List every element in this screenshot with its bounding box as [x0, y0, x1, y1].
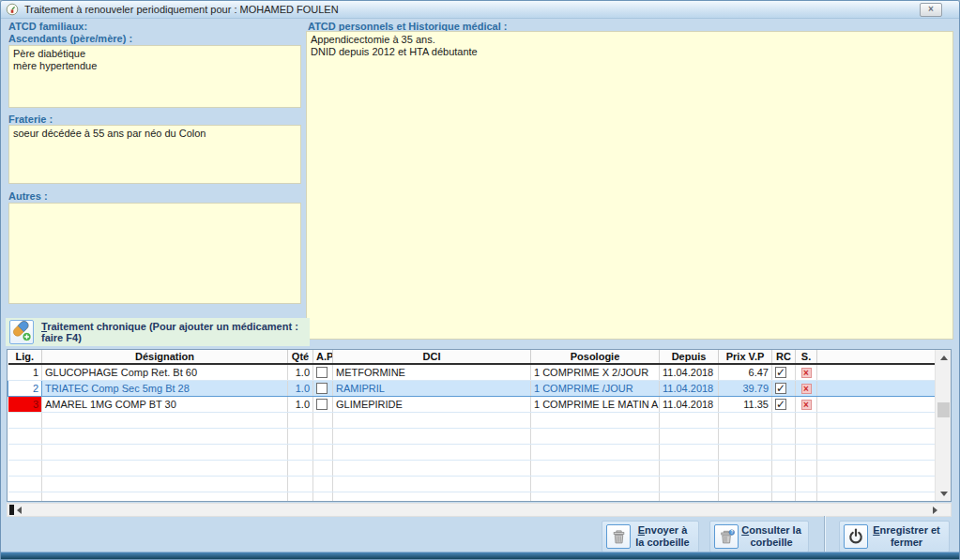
- power-icon: [844, 524, 868, 549]
- scroll-left-arrow[interactable]: [17, 507, 22, 514]
- ap-checkbox[interactable]: [316, 367, 328, 378]
- col-s[interactable]: S.: [796, 350, 817, 364]
- app-icon: [6, 3, 19, 16]
- trash-icon: [606, 524, 631, 549]
- col-empty: [817, 350, 936, 364]
- chronic-treatment-label: Traitement chronique (Pour ajouter un mé…: [41, 321, 310, 343]
- ap-checkbox[interactable]: [316, 383, 328, 394]
- chronic-treatment-bar: Traitement chronique (Pour ajouter un mé…: [6, 318, 310, 346]
- table-row-empty[interactable]: [8, 444, 936, 460]
- table-row-selected[interactable]: 2 TRIATEC Comp Sec 5mg Bt 28 1.0 RAMIPRI…: [8, 380, 936, 396]
- col-lig[interactable]: Lig.: [8, 350, 42, 364]
- table-row-empty[interactable]: [8, 460, 936, 476]
- table-row-empty[interactable]: [8, 428, 936, 444]
- footer-separator: [824, 516, 826, 556]
- table-row[interactable]: 1 GLUCOPHAGE Comp Ret. Bt 60 1.0 METFORM…: [8, 364, 936, 380]
- scroll-up-arrow[interactable]: [936, 350, 952, 365]
- ascendants-field[interactable]: Père diabétique mère hypertendue: [8, 45, 301, 108]
- autres-field[interactable]: [8, 203, 301, 304]
- ascendants-label: Ascendants (père/mère) :: [8, 33, 132, 44]
- delete-row-icon[interactable]: ×: [801, 400, 812, 410]
- col-qte[interactable]: Qté: [288, 350, 313, 364]
- rc-checkbox[interactable]: [775, 383, 786, 394]
- table-header-row: Lig. Désignation Qté A.P DCI Posologie D…: [8, 350, 936, 364]
- col-rc[interactable]: RC: [772, 350, 796, 364]
- historique-medical-field[interactable]: Appendicectomie à 35 ans. DNID depuis 20…: [306, 31, 953, 340]
- autres-label: Autres :: [8, 190, 48, 202]
- ap-checkbox[interactable]: [316, 399, 328, 410]
- medication-table: Lig. Désignation Qté A.P DCI Posologie D…: [7, 349, 952, 502]
- horizontal-scroll-thumb[interactable]: [9, 505, 14, 515]
- table-row-empty[interactable]: [8, 492, 936, 501]
- col-designation[interactable]: Désignation: [42, 350, 288, 364]
- send-to-trash-button[interactable]: Envoyer à la corbeille: [602, 521, 699, 552]
- save-and-close-button[interactable]: Enregistrer et fermer: [839, 521, 950, 552]
- table-row[interactable]: 3 AMAREL 1MG COMP BT 30 1.0 GLIMEPIRIDE …: [8, 396, 936, 412]
- atcd-familiaux-label: ATCD familiaux:: [8, 21, 87, 32]
- col-depuis[interactable]: Depuis: [660, 350, 719, 364]
- fraterie-field[interactable]: soeur décédée à 55 ans par néo du Colon: [8, 125, 301, 184]
- alert-cell[interactable]: 3: [8, 396, 42, 412]
- rc-checkbox[interactable]: [775, 367, 786, 378]
- add-medication-button[interactable]: [9, 320, 34, 344]
- window-title: Traitement à renouveler periodiquement p…: [24, 4, 339, 15]
- title-bar[interactable]: Traitement à renouveler periodiquement p…: [1, 1, 959, 19]
- fraterie-label: Fraterie :: [8, 114, 53, 125]
- col-dci[interactable]: DCI: [333, 350, 531, 364]
- close-button[interactable]: ×: [920, 3, 942, 17]
- window-bottom-edge: [1, 552, 959, 559]
- vertical-scrollbar[interactable]: [935, 350, 951, 501]
- scroll-right-arrow[interactable]: [933, 507, 937, 514]
- delete-row-icon[interactable]: ×: [801, 368, 812, 378]
- col-prix[interactable]: Prix V.P: [719, 350, 772, 364]
- consult-trash-button[interactable]: ? Consulter la corbeille: [709, 521, 809, 552]
- table-row-empty[interactable]: [8, 412, 936, 428]
- svg-text:?: ?: [730, 530, 733, 535]
- trash-search-icon: ?: [714, 524, 739, 549]
- col-posologie[interactable]: Posologie: [531, 350, 660, 364]
- col-ap[interactable]: A.P: [313, 350, 333, 364]
- horizontal-scrollbar[interactable]: [7, 503, 952, 517]
- table-row-empty[interactable]: [8, 476, 936, 492]
- delete-row-icon[interactable]: ×: [801, 384, 812, 394]
- rc-checkbox[interactable]: [775, 399, 786, 410]
- dialog-window: Traitement à renouveler periodiquement p…: [0, 0, 960, 560]
- scroll-down-arrow[interactable]: [936, 486, 952, 501]
- pill-add-icon: [10, 320, 33, 344]
- vertical-scroll-thumb[interactable]: [937, 402, 950, 417]
